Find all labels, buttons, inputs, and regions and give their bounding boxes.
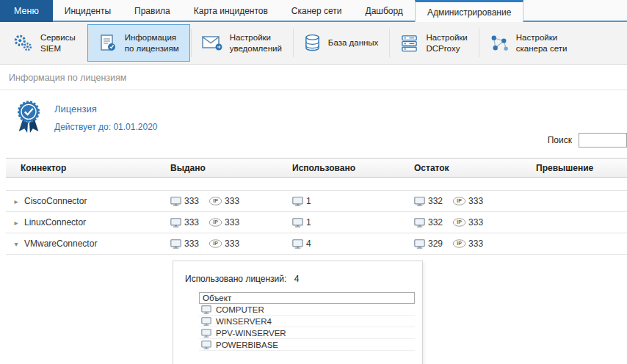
- label-line2: уведомлений: [230, 43, 282, 54]
- ip-icon: IP: [452, 239, 466, 248]
- tab-label: Сканер сети: [291, 6, 342, 16]
- label-line2: SIEM: [40, 43, 76, 54]
- object-table: Объект COMPUTER WINSERVER4 PPV-WINSERVER…: [199, 292, 415, 351]
- tab-dashboard[interactable]: Дашборд: [354, 0, 415, 22]
- computer-icon: [414, 239, 425, 249]
- remaining-computers: 332: [428, 217, 443, 228]
- menu-button[interactable]: Меню: [0, 0, 53, 22]
- toolbar-item-label: Настройки уведомлений: [230, 32, 282, 54]
- object-name: POWERBIBASE: [216, 341, 278, 349]
- computer-icon: [292, 218, 303, 228]
- tab-label: Инциденты: [65, 6, 111, 16]
- table-row-linux[interactable]: ▸ LinuxConnector 333 IP 333 1 332 IP: [6, 212, 627, 233]
- toolbar-item-label: Настройки DCProxy: [426, 32, 467, 54]
- license-info: Лицензия Действует до: 01.01.2020: [13, 100, 157, 153]
- col-header-issued[interactable]: Выдано: [164, 163, 286, 173]
- top-tab-bar: Меню Инциденты Правила Карта инцидентов …: [0, 0, 627, 22]
- object-name: PPV-WINSERVER: [216, 329, 286, 338]
- computer-icon: [170, 197, 181, 206]
- toolbar-item-label: Сервисы SIEM: [40, 32, 76, 54]
- issued-ips: 333: [225, 196, 239, 206]
- computer-icon: [170, 218, 181, 228]
- col-header-used[interactable]: Использовано: [286, 163, 408, 173]
- license-detail-panel: Использовано лицензий: 4 Объект COMPUTER…: [173, 261, 423, 364]
- used-licenses-count: 4: [294, 274, 300, 284]
- ip-icon: IP: [209, 197, 222, 205]
- table-body: ▸ CiscoConnector 333 IP 333 1 332 IP: [6, 190, 627, 255]
- object-column-header[interactable]: Объект: [199, 292, 415, 304]
- ip-icon: IP: [452, 218, 466, 227]
- remaining-computers: 332: [428, 196, 443, 206]
- tab-network-scanner[interactable]: Сканер сети: [280, 0, 354, 22]
- object-row[interactable]: PPV-WINSERVER: [199, 327, 415, 339]
- collapse-arrow-icon[interactable]: ▾: [12, 240, 20, 248]
- toolbar-item-siem-services[interactable]: Сервисы SIEM: [1, 22, 87, 64]
- server-icon: [400, 34, 418, 52]
- expand-arrow-icon[interactable]: ▸: [12, 197, 20, 205]
- license-title: Лицензия: [54, 103, 157, 114]
- tab-rules[interactable]: Правила: [123, 0, 182, 22]
- remaining-ips: 333: [468, 196, 483, 206]
- svg-text:IP: IP: [213, 198, 218, 203]
- envelope-icon: [202, 36, 222, 51]
- table-header-row: Коннектор Выдано Использовано Остаток Пр…: [6, 158, 627, 178]
- tab-label: Дашборд: [366, 6, 403, 16]
- toolbar-item-dcproxy-settings[interactable]: Настройки DCProxy: [389, 22, 478, 64]
- used-computers: 1: [306, 217, 311, 228]
- used-computers: 4: [306, 239, 311, 249]
- svg-text:IP: IP: [457, 219, 462, 225]
- toolbar-item-network-scanner-settings[interactable]: Настройки сканера сети: [479, 22, 579, 64]
- computer-icon: [170, 239, 181, 249]
- expand-arrow-icon[interactable]: ▸: [12, 219, 20, 227]
- connector-name: VMwareConnector: [24, 239, 97, 249]
- tab-label: Правила: [134, 6, 170, 16]
- tab-administration[interactable]: Администрирование: [415, 0, 523, 22]
- toolbar-item-label: Информация по лицензиям: [125, 32, 179, 54]
- connector-name: CiscoConnector: [24, 196, 87, 206]
- issued-ips: 333: [225, 239, 239, 249]
- tab-incidents[interactable]: Инциденты: [53, 0, 123, 22]
- license-banner: Лицензия Действует до: 01.01.2020 Поиск: [0, 90, 627, 158]
- label-line1: Сервисы: [40, 32, 76, 43]
- col-header-excess[interactable]: Превышение: [530, 163, 627, 173]
- tab-incident-map[interactable]: Карта инцидентов: [182, 0, 280, 22]
- license-table: Коннектор Выдано Использовано Остаток Пр…: [6, 158, 627, 255]
- object-name: COMPUTER: [216, 305, 264, 314]
- label-line1: База данных: [328, 37, 379, 48]
- menu-button-label: Меню: [14, 6, 39, 16]
- computer-icon: [201, 329, 211, 338]
- used-licenses-label: Использовано лицензий:: [185, 274, 286, 284]
- svg-text:IP: IP: [213, 219, 218, 225]
- tab-label: Администрирование: [427, 7, 511, 18]
- toolbar-item-license-info[interactable]: Информация по лицензиям: [87, 24, 190, 62]
- label-line2: DCProxy: [426, 43, 467, 54]
- toolbar-item-notification-settings[interactable]: Настройки уведомлений: [191, 22, 293, 64]
- object-row[interactable]: WINSERVER4: [199, 316, 415, 327]
- label-line1: Настройки: [516, 32, 568, 43]
- toolbar-item-database[interactable]: База данных: [293, 22, 390, 64]
- computer-icon: [414, 197, 425, 206]
- svg-text:IP: IP: [457, 198, 462, 203]
- label-line2: по лицензиям: [125, 43, 179, 54]
- toolbar-item-label: Настройки сканера сети: [516, 32, 568, 54]
- col-header-remaining[interactable]: Остаток: [408, 163, 530, 173]
- object-row[interactable]: POWERBIBASE: [199, 339, 415, 351]
- ip-icon: IP: [209, 239, 222, 248]
- remaining-computers: 329: [428, 239, 443, 249]
- issued-ips: 333: [225, 217, 239, 228]
- search-label: Поиск: [548, 135, 572, 145]
- label-line2: сканера сети: [516, 43, 568, 54]
- admin-toolbar: Сервисы SIEM Информация по лицензиям: [0, 22, 627, 65]
- search-box: Поиск: [548, 133, 627, 148]
- computer-icon: [201, 305, 211, 314]
- table-row-cisco[interactable]: ▸ CiscoConnector 333 IP 333 1 332 IP: [6, 191, 627, 212]
- label-line1: Настройки: [230, 32, 282, 43]
- object-row[interactable]: COMPUTER: [199, 304, 415, 316]
- search-input[interactable]: [579, 133, 627, 148]
- issued-computers: 333: [184, 239, 199, 249]
- remaining-ips: 333: [468, 217, 483, 228]
- table-row-vmware[interactable]: ▾ VMwareConnector 333 IP 333 4 329 IP: [6, 233, 627, 255]
- license-valid-until: Действует до: 01.01.2020: [54, 122, 157, 132]
- col-header-connector[interactable]: Коннектор: [6, 163, 164, 173]
- database-icon: [304, 34, 321, 53]
